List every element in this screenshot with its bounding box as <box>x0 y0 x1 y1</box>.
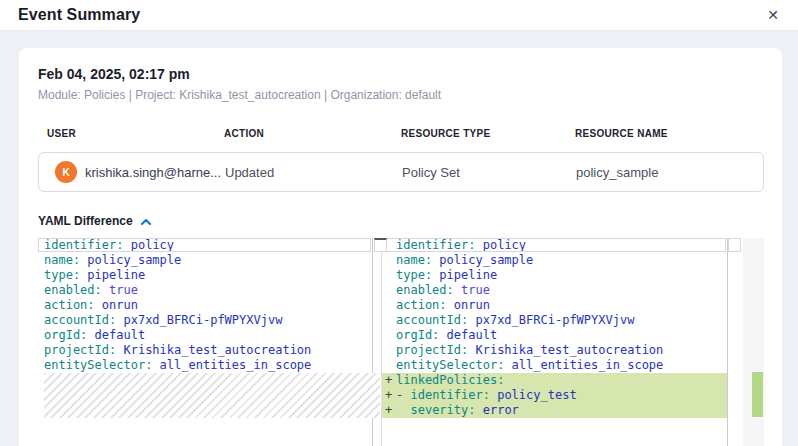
event-context: Module: Policies | Project: Krishika_tes… <box>38 88 764 102</box>
yaml-difference-label: YAML Difference <box>38 214 133 228</box>
page-background: Feb 04, 2025, 02:17 pm Module: Policies … <box>0 31 798 446</box>
yaml-diff-view: identifier: policyname: policy_sampletyp… <box>38 238 764 446</box>
avatar: K <box>55 161 77 183</box>
column-resource-name: RESOURCE NAME <box>575 128 764 139</box>
diff-line: name: policy_sample <box>38 253 372 268</box>
diff-line: accountId: px7xd_BFRCi-pfWPYXVjvw <box>38 313 372 328</box>
diff-line: type: pipeline <box>382 268 727 283</box>
user-cell: K krishika.singh@harne... <box>55 161 225 183</box>
diff-line: name: policy_sample <box>382 253 727 268</box>
page-title: Event Summary <box>18 6 140 24</box>
diff-line: identifier: policy <box>38 238 372 253</box>
diff-gutter-sign: + <box>382 373 396 388</box>
added-lines-marker <box>752 372 763 417</box>
diff-line: accountId: px7xd_BFRCi-pfWPYXVjvw <box>382 313 727 328</box>
column-user: USER <box>47 128 224 139</box>
diff-gutter-sign: + <box>382 388 396 403</box>
diff-line-added: +- identifier: policy_test <box>382 388 727 403</box>
diff-line: enabled: true <box>382 283 727 298</box>
resource-name-value: policy_sample <box>576 165 763 180</box>
diff-line: projectId: Krishika_test_autocreation <box>38 343 372 358</box>
column-action: ACTION <box>224 128 401 139</box>
dialog-header: Event Summary ✕ <box>0 0 798 31</box>
close-icon[interactable]: ✕ <box>764 6 782 24</box>
diff-gutter-sign: + <box>382 403 396 418</box>
diff-line: action: onrun <box>38 298 372 313</box>
diff-line: orgId: default <box>382 328 727 343</box>
action-value: Updated <box>225 165 402 180</box>
table-header-row: USER ACTION RESOURCE TYPE RESOURCE NAME <box>38 128 764 139</box>
diff-pane-right[interactable]: identifier: policyname: policy_sampletyp… <box>381 238 728 446</box>
scrollbar-top-box <box>728 238 741 252</box>
diff-line: projectId: Krishika_test_autocreation <box>382 343 727 358</box>
event-timestamp: Feb 04, 2025, 02:17 pm <box>38 66 764 82</box>
diff-line: orgId: default <box>38 328 372 343</box>
column-resource-type: RESOURCE TYPE <box>401 128 575 139</box>
diff-line-added: +linkedPolicies: <box>382 373 727 388</box>
event-summary-card: Feb 04, 2025, 02:17 pm Module: Policies … <box>19 48 782 446</box>
diff-line: entitySelector: all_entities_in_scope <box>38 358 372 373</box>
diff-gap-hatch <box>44 373 380 418</box>
resource-type-value: Policy Set <box>402 165 576 180</box>
diff-line: action: onrun <box>382 298 727 313</box>
diff-line: identifier: policy <box>382 238 727 253</box>
chevron-up-icon[interactable] <box>140 216 152 226</box>
table-row: K krishika.singh@harne... Updated Policy… <box>38 152 764 192</box>
diff-gutter-box <box>374 238 387 252</box>
diff-line: enabled: true <box>38 283 372 298</box>
diff-line: entitySelector: all_entities_in_scope <box>382 358 727 373</box>
diff-line-added: + severity: error <box>382 403 727 418</box>
diff-scrollbar[interactable] <box>743 238 764 446</box>
diff-line: type: pipeline <box>38 268 372 283</box>
user-email: krishika.singh@harne... <box>85 165 221 180</box>
